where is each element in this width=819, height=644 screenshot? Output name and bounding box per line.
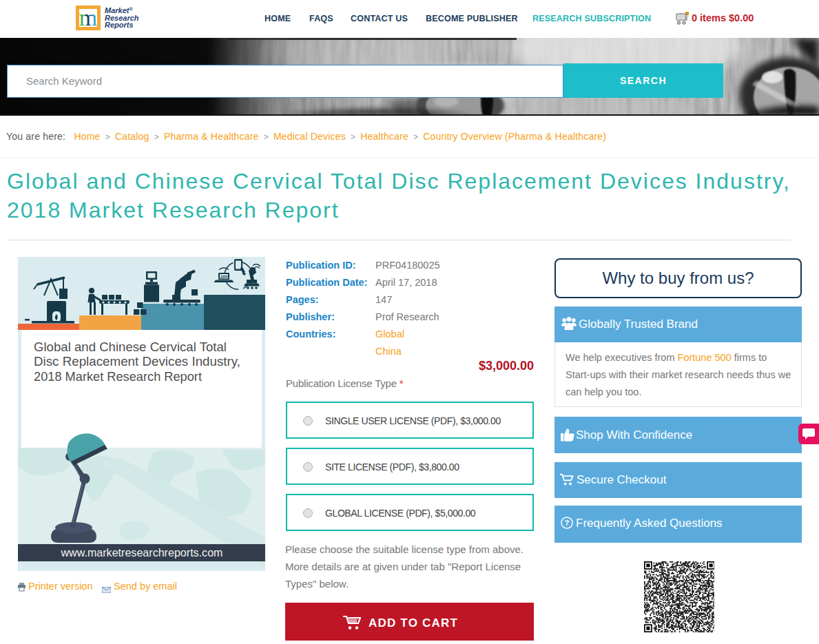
svg-text:Disc Replacement Devices Indus: Disc Replacement Devices Industry, [34,354,240,368]
svg-text:ERP: ERP [220,275,228,279]
svg-text:2018 Market Research Report: 2018 Market Research Report [34,369,203,384]
svg-text:Global and Chinese Cervical To: Global and Chinese Cervical Total [34,340,227,354]
svg-text:?: ? [565,519,570,527]
svg-text:www.marketresearchreports.com: www.marketresearchreports.com [61,546,223,559]
